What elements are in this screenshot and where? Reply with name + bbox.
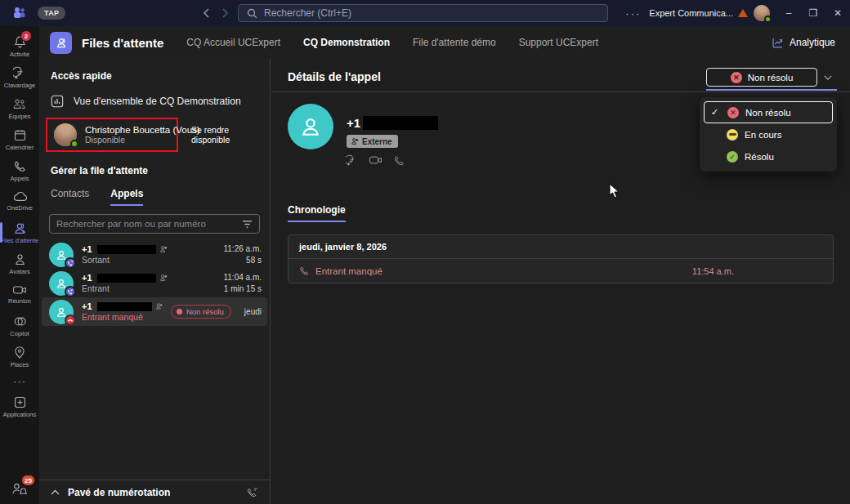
app-header: Files d'attente CQ Accueil UCExpert CQ D… xyxy=(39,26,850,59)
audio-call-action-icon[interactable] xyxy=(393,154,405,167)
warning-icon xyxy=(738,9,748,17)
teams-logo-icon xyxy=(0,7,38,20)
call-duration: 1 min 15 s xyxy=(223,283,262,295)
app-rail: Activité 2 Clavardage Équipes Calendrier… xyxy=(0,26,39,504)
chat-action-icon[interactable] xyxy=(346,154,358,167)
menu-item-resolved[interactable]: ✓ Résolu xyxy=(704,145,833,167)
call-direction-label: Sortant xyxy=(82,255,215,265)
window-titlebar: TAP ··· Expert Communica... – ❐ ✕ xyxy=(0,0,850,26)
outgoing-call-icon xyxy=(65,257,76,269)
agent-presence-label: Disponible xyxy=(85,135,200,145)
presence-available-icon xyxy=(70,140,78,148)
call-time: 11:04 a.m. xyxy=(223,272,262,283)
account-name[interactable]: Expert Communica... xyxy=(649,8,733,18)
call-row-incoming[interactable]: +1 Entrant 11:04 a.m. 1 min 15 s xyxy=(39,269,270,297)
unresolved-status-icon: ✕ xyxy=(727,107,739,118)
sidebar-item-calls[interactable]: Appels xyxy=(0,155,39,185)
minimize-button[interactable]: – xyxy=(776,0,801,26)
dialpad-call-icon[interactable] xyxy=(246,486,258,498)
call-details-panel: Détails de l'appel ✕ Non résolu ✓ ✕ Non … xyxy=(271,59,850,504)
filter-icon[interactable] xyxy=(242,220,253,229)
sidebar-item-calendar[interactable]: Calendrier xyxy=(0,124,39,154)
agent-name: Christophe Boucetta (Vous) xyxy=(85,125,200,135)
tab-support-ucexpert[interactable]: Support UCExpert xyxy=(519,37,598,48)
menu-item-in-progress[interactable]: En cours xyxy=(704,123,833,145)
agent-self-card[interactable]: Christophe Boucetta (Vous) Disponible xyxy=(46,118,178,152)
video-call-action-icon[interactable] xyxy=(369,154,382,167)
redacted-number xyxy=(97,274,156,283)
sidebar-item-meeting[interactable]: Réunion xyxy=(0,279,39,310)
call-row-outgoing[interactable]: +1 Sortant 11:26 a.m. 58 s xyxy=(39,240,270,269)
tab-cq-accueil-ucexpert[interactable]: CQ Accueil UCExpert xyxy=(186,37,280,48)
sidebar-item-more-apps[interactable]: ··· xyxy=(0,372,39,390)
unresolved-status-icon: ✕ xyxy=(731,72,742,83)
menu-item-unresolved[interactable]: ✓ ✕ Non résolu xyxy=(704,101,833,123)
nav-back-icon[interactable] xyxy=(203,8,210,18)
tab-cq-demonstration[interactable]: CQ Demonstration xyxy=(303,37,390,48)
incoming-call-icon xyxy=(65,286,76,297)
redacted-number xyxy=(97,302,152,311)
timeline-event-label: Entrant manqué xyxy=(315,266,382,276)
caller-avatar xyxy=(49,271,74,296)
external-badge: Externe xyxy=(347,135,398,148)
unresolved-dot-icon xyxy=(177,309,182,314)
redacted-number xyxy=(363,116,438,130)
global-search[interactable] xyxy=(238,4,608,22)
sidebar-item-apps[interactable]: Applications xyxy=(0,391,39,421)
activity-badge: 2 xyxy=(20,30,32,42)
line-chart-icon xyxy=(772,37,784,49)
sidebar-item-avatars[interactable]: Avatars xyxy=(0,248,39,279)
sidebar-item-teams[interactable]: Équipes xyxy=(0,93,39,123)
search-icon xyxy=(247,8,257,19)
invite-people-button[interactable]: 25 xyxy=(11,481,29,496)
sidebar-item-call-queues[interactable]: Files d'attente xyxy=(0,217,39,248)
tab-file-attente-demo[interactable]: File d'attente démo xyxy=(413,37,496,48)
missed-call-icon xyxy=(65,314,76,326)
external-caller-icon xyxy=(155,302,163,310)
call-row-missed-selected[interactable]: +1 Entrant manqué Non résolu jeudi xyxy=(42,297,267,326)
contact-avatar xyxy=(288,104,333,149)
search-input[interactable] xyxy=(264,7,599,19)
call-details-title: Détails de l'appel xyxy=(288,70,381,83)
tab-calls[interactable]: Appels xyxy=(110,188,143,206)
status-chevron-button[interactable] xyxy=(819,68,837,87)
quick-access-heading: Accès rapide xyxy=(39,59,270,88)
call-direction-label: Entrant xyxy=(82,283,215,293)
sidebar-item-chat[interactable]: Clavardage xyxy=(0,62,39,92)
status-dropdown-button[interactable]: ✕ Non résolu xyxy=(706,68,817,87)
restore-button[interactable]: ❐ xyxy=(801,0,825,26)
header-divider xyxy=(271,91,850,92)
call-search-input[interactable] xyxy=(56,219,237,229)
call-direction-label: Entrant manqué xyxy=(82,312,163,322)
tab-contacts[interactable]: Contacts xyxy=(51,188,89,206)
sidebar-item-onedrive[interactable]: OneDrive xyxy=(0,186,39,216)
queue-overview-label: Vue d'ensemble de CQ Demonstration xyxy=(74,96,241,107)
dialpad-bar[interactable]: Pavé de numérotation xyxy=(39,479,270,504)
tap-ring-badge: TAP xyxy=(38,7,65,20)
call-search-box[interactable] xyxy=(49,214,260,234)
redacted-number xyxy=(97,245,156,254)
sidebar-item-activity[interactable]: Activité 2 xyxy=(0,31,39,61)
user-avatar[interactable] xyxy=(754,5,770,21)
external-caller-icon xyxy=(159,245,168,253)
presence-available-icon xyxy=(764,16,772,23)
external-caller-icon xyxy=(159,274,168,282)
resolved-status-icon: ✓ xyxy=(727,151,738,163)
missed-call-event-icon xyxy=(299,265,310,276)
invite-badge: 25 xyxy=(21,475,35,486)
sidebar-item-copilot[interactable]: Copilot xyxy=(0,310,39,341)
in-progress-status-icon xyxy=(727,129,738,140)
contact-phone-number: +1 xyxy=(347,116,438,130)
timeline-event-row[interactable]: Entrant manqué 11:54 a.m. xyxy=(289,259,833,283)
titlebar-more-icon[interactable]: ··· xyxy=(617,7,649,20)
analytics-button[interactable]: Analytique xyxy=(772,37,835,49)
bar-chart-icon xyxy=(51,95,64,108)
nav-forward-icon[interactable] xyxy=(221,8,229,18)
caller-avatar xyxy=(49,243,74,267)
set-available-button[interactable]: Se rendre disponible xyxy=(191,125,270,145)
tab-timeline[interactable]: Chronologie xyxy=(288,204,346,222)
close-button[interactable]: ✕ xyxy=(825,0,850,26)
sidebar-item-places[interactable]: Places xyxy=(0,341,39,372)
dialpad-label: Pavé de numérotation xyxy=(68,487,238,498)
queue-overview-item[interactable]: Vue d'ensemble de CQ Demonstration xyxy=(39,88,270,114)
